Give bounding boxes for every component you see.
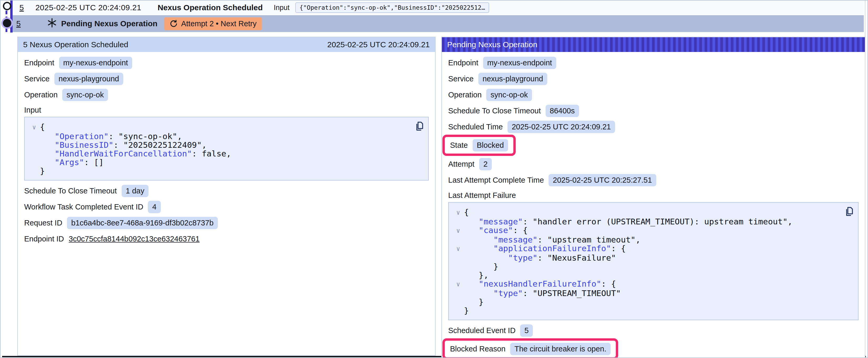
code-text: "message": "upstream timeout", xyxy=(464,235,641,244)
field-value-badge: 2025-02-25 UTC 20:25:27.51 xyxy=(549,174,656,186)
field-blocked-reason: Blocked Reason The circuit breaker is op… xyxy=(448,338,859,358)
failure-section-label: Last Attempt Failure xyxy=(448,190,859,200)
event-name: Pending Nexus Operation xyxy=(61,19,158,28)
code-text: } xyxy=(464,298,484,306)
event-row-pending-nexus-operation[interactable]: 5 Pending Nexus Operation Attempt 2 • Ne… xyxy=(12,15,864,32)
field-value-badge: nexus-playground xyxy=(478,73,548,85)
timeline-node-open-icon xyxy=(3,2,11,10)
field-service: Service nexus-playground xyxy=(448,73,859,85)
code-line: "Operation": "sync-op-ok", xyxy=(28,132,423,141)
input-json-preview: {"Operation":"sync-op-ok","BusinessID":"… xyxy=(295,2,489,13)
panel-header: 5 Nexus Operation Scheduled 2025-02-25 U… xyxy=(18,37,435,52)
collapse-chevron-icon[interactable]: ∨ xyxy=(28,123,40,132)
code-line: } xyxy=(453,306,853,315)
code-text: "type": "NexusFailure" xyxy=(464,254,616,262)
code-line: ∨{ xyxy=(453,208,853,217)
event-detail-panel-scheduled: 5 Nexus Operation Scheduled 2025-02-25 U… xyxy=(17,37,436,356)
field-state: State Blocked xyxy=(448,135,859,156)
code-line: ∨{ xyxy=(28,123,423,132)
field-label: Operation xyxy=(24,91,58,99)
code-text: } xyxy=(40,167,45,175)
annotation-highlight-blocked-reason: Blocked Reason The circuit breaker is op… xyxy=(442,338,618,358)
field-attempt: Attempt 2 xyxy=(448,158,859,170)
panel-title: Pending Nexus Operation xyxy=(447,40,537,49)
code-line: "BusinessID": "20250225122409", xyxy=(28,141,423,149)
field-value-badge: 5 xyxy=(520,324,533,337)
field-endpoint-id: Endpoint ID 3c0c75ccfa8144b092c13ce63246… xyxy=(24,233,429,245)
event-name: Nexus Operation Scheduled xyxy=(158,3,263,12)
collapse-chevron-icon[interactable]: ∨ xyxy=(453,244,464,254)
field-endpoint: Endpoint my-nexus-endpoint xyxy=(448,57,859,69)
copy-button[interactable] xyxy=(413,121,425,132)
field-schedule-to-close-timeout: Schedule To Close Timeout 1 day xyxy=(24,185,429,197)
field-label: Service xyxy=(448,74,474,83)
asterisk-pending-icon xyxy=(47,18,57,30)
field-label: Request ID xyxy=(24,219,62,227)
code-text: "nexusHandlerFailureInfo": { xyxy=(464,280,616,289)
event-id-link[interactable]: 5 xyxy=(16,19,21,28)
retry-icon xyxy=(169,20,178,28)
panel-timestamp: 2025-02-25 UTC 20:24:09.21 xyxy=(327,40,430,49)
code-gutter xyxy=(453,289,464,298)
code-text: "Args": [] xyxy=(40,158,104,167)
code-gutter xyxy=(453,271,464,280)
field-schedule-to-close-timeout: Schedule To Close Timeout 86400s xyxy=(448,105,859,117)
field-label: State xyxy=(450,141,468,150)
field-endpoint: Endpoint my-nexus-endpoint xyxy=(24,57,429,69)
retry-badge-text: Attempt 2 • Next Retry xyxy=(181,20,256,28)
field-label: Blocked Reason xyxy=(450,345,505,353)
code-text: } xyxy=(464,262,498,271)
code-text: "applicationFailureInfo": { xyxy=(464,244,626,254)
code-gutter xyxy=(28,167,40,175)
field-label: Scheduled Event ID xyxy=(448,326,516,335)
input-section-label: Input xyxy=(24,105,429,115)
code-text: } xyxy=(464,306,469,315)
code-line: "Args": [] xyxy=(28,158,423,167)
copy-icon xyxy=(843,206,854,217)
field-value-badge: 4 xyxy=(148,201,160,213)
endpoint-id-link[interactable]: 3c0c75ccfa8144b092c13ce632463761 xyxy=(69,235,200,243)
pending-operation-panel: Pending Nexus Operation Endpoint my-nexu… xyxy=(441,37,865,358)
panel-header-striped: Pending Nexus Operation xyxy=(442,37,865,52)
field-label: Service xyxy=(24,74,50,83)
field-request-id: Request ID b1c6a4bc-8ee7-468a-9169-df3b0… xyxy=(24,217,429,229)
field-value-badge: my-nexus-endpoint xyxy=(483,57,556,69)
field-label: Endpoint xyxy=(448,59,478,67)
code-gutter xyxy=(28,141,40,149)
collapse-chevron-icon[interactable]: ∨ xyxy=(453,208,464,217)
event-row-nexus-operation-scheduled[interactable]: 5 2025-02-25 UTC 20:24:09.21 Nexus Opera… xyxy=(12,1,864,15)
copy-button[interactable] xyxy=(843,206,854,217)
collapse-chevron-icon[interactable]: ∨ xyxy=(453,280,464,289)
timeline-node-current-icon xyxy=(3,19,11,27)
field-last-attempt-complete-time: Last Attempt Complete Time 2025-02-25 UT… xyxy=(448,174,859,186)
field-scheduled-event-id: Scheduled Event ID 5 xyxy=(448,324,859,336)
code-text: "message": "handler error (UPSTREAM_TIME… xyxy=(464,217,792,226)
panel-body: Endpoint my-nexus-endpoint Service nexus… xyxy=(442,52,865,358)
code-line: "message": "upstream timeout", xyxy=(453,235,853,244)
field-scheduled-time: Scheduled Time 2025-02-25 UTC 20:24:09.2… xyxy=(448,121,859,133)
field-value-badge: 86400s xyxy=(546,105,579,117)
field-operation: Operation sync-op-ok xyxy=(448,89,859,101)
code-line: ∨ "cause": { xyxy=(453,226,853,235)
code-line: } xyxy=(453,298,853,306)
code-text: "HandlerWaitForCancellation": false, xyxy=(40,149,231,158)
code-text: "cause": { xyxy=(464,226,528,235)
field-label: Schedule To Close Timeout xyxy=(448,106,541,115)
field-value-badge: nexus-playground xyxy=(54,73,123,85)
code-gutter xyxy=(28,132,40,141)
field-label: Workflow Task Completed Event ID xyxy=(24,203,143,211)
code-line: } xyxy=(28,167,423,175)
code-gutter xyxy=(28,158,40,167)
copy-icon xyxy=(413,121,425,132)
event-id-link[interactable]: 5 xyxy=(20,3,24,12)
retry-status-badge: Attempt 2 • Next Retry xyxy=(164,17,262,30)
field-service: Service nexus-playground xyxy=(24,73,429,85)
event-timestamp: 2025-02-25 UTC 20:24:09.21 xyxy=(35,3,141,12)
collapse-chevron-icon[interactable]: ∨ xyxy=(453,226,464,235)
field-value-badge: sync-op-ok xyxy=(62,89,108,101)
field-label: Endpoint xyxy=(24,59,54,67)
code-gutter xyxy=(453,254,464,262)
code-text: { xyxy=(464,208,469,217)
blocked-reason-badge: The circuit breaker is open. xyxy=(510,343,611,355)
code-line: "type": "NexusFailure" xyxy=(453,254,853,262)
